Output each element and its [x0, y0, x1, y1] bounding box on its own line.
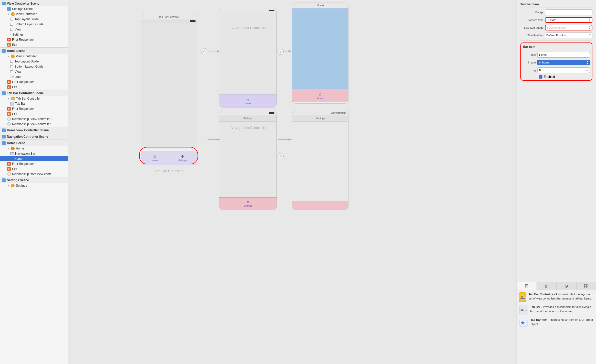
sidebar-item-bottom-layout-1[interactable]: Bottom Layout Guide: [0, 22, 68, 27]
svg-point-19: [523, 298, 525, 299]
sidebar-item-first-responder-2[interactable]: R First Responder: [0, 79, 68, 84]
nav-status-bar-bottom: [219, 110, 276, 115]
tab-bar-ctrl-icon: ⊞: [11, 97, 15, 100]
bar-image-select[interactable]: ic_home ▲▼: [537, 60, 590, 65]
sidebar-item-home-star[interactable]: ★ Home: [0, 156, 68, 161]
sidebar-section-navigation-controller[interactable]: Navigation Controller Scene: [0, 133, 68, 140]
sidebar-item-relationship-3[interactable]: ○ Relationship "root view contr...: [0, 172, 68, 177]
badge-field[interactable]: [545, 9, 592, 15]
sidebar-item-navigation-bar[interactable]: Navigation Bar: [0, 151, 68, 156]
tbc-home-tab[interactable]: ⌂ Home: [151, 154, 158, 162]
sidebar-item-bottom-layout-2[interactable]: Bottom Layout Guide: [0, 64, 68, 69]
sidebar-item-first-responder-3[interactable]: R First Responder: [0, 106, 68, 111]
badge-label: Badge: [520, 11, 543, 14]
library-tab-file[interactable]: [517, 282, 537, 290]
sidebar-section-view-controller-scene[interactable]: View Controller Scene: [0, 0, 68, 6]
sidebar-item-view-controller-1[interactable]: ▼ View Controller: [0, 12, 68, 17]
sidebar-item-home-nav[interactable]: ‹ Home: [0, 74, 68, 79]
sidebar-item-exit-3[interactable]: E Exit: [0, 111, 68, 116]
nav-status-bar: [219, 8, 276, 13]
vc-title-bar: View Controller: [292, 110, 348, 115]
selected-image-select[interactable]: Selected Image ▲▼: [545, 25, 592, 30]
sidebar-section-home-scene-1[interactable]: Home Scene: [0, 47, 68, 54]
tbc-status-bar: [141, 19, 197, 23]
tab-bar-library-icon: ★ • • •: [519, 305, 528, 315]
responder-icon: R: [7, 80, 11, 84]
sidebar-item-first-responder-1[interactable]: R First Responder: [0, 37, 68, 42]
bar-title-field[interactable]: Home: [537, 52, 590, 58]
chevron-icon: ‹: [10, 33, 11, 36]
tbc-settings-tab[interactable]: ⚙ Settings: [178, 154, 187, 162]
nav-body: [219, 13, 276, 94]
responder-icon: R: [7, 162, 11, 166]
yellow-circle-icon: [11, 55, 15, 58]
system-item-label: System Item: [520, 18, 543, 22]
settings-nav-title: Settings: [219, 115, 276, 122]
sidebar-item-settings-scene[interactable]: Settings Scene: [0, 6, 68, 12]
library-item-tab-bar: ★ • • • Tab Bar - Provides a mechanism f…: [519, 305, 594, 315]
home-tab-icon: ⌂: [319, 92, 322, 97]
title-position-select[interactable]: Default Position ▲▼: [545, 33, 592, 38]
svg-rect-13: [584, 286, 586, 288]
sidebar-item-settings-vc[interactable]: ▼ Settings: [0, 183, 68, 188]
bar-title-value: Home: [539, 53, 547, 56]
tab-bar-item-library-title: Tab Bar Item: [530, 318, 547, 321]
bar-item-image-row: Image ic_home ▲▼: [521, 60, 592, 65]
sidebar-item-exit-4[interactable]: E Exit: [0, 166, 68, 172]
exit-icon: E: [7, 167, 11, 171]
sidebar-item-tab-bar[interactable]: Tab Bar: [0, 101, 68, 106]
sidebar-section-home-view-controller[interactable]: Home View Controller Scene: [0, 127, 68, 133]
select-arrow: ▲▼: [589, 18, 591, 22]
tbc-settings-label: Settings: [178, 159, 187, 162]
bar-tag-stepper[interactable]: 0 ▲▼: [537, 67, 590, 73]
settings-tab-item: ⚙ Settings: [244, 200, 252, 207]
nav-controller-label-top: Navigation Controller: [220, 26, 278, 30]
sidebar-item-first-responder-4[interactable]: R First Responder: [0, 161, 68, 166]
library-item-tab-bar-item: ★ Tab Bar Item - Represents an item on a…: [519, 318, 594, 328]
library-tab-curly[interactable]: {}: [537, 282, 557, 290]
enabled-row: ✓ Enabled: [539, 75, 592, 79]
sidebar-item-tab-bar-controller[interactable]: ▼ ⊞ Tab Bar Controller: [0, 96, 68, 101]
bar-item-title: Bar Item: [523, 45, 590, 50]
sidebar-item-view-controller-2[interactable]: ▼ View Controller: [0, 54, 68, 59]
rect-icon: [10, 65, 13, 68]
svg-point-10: [566, 286, 567, 287]
sidebar-item-top-layout-2[interactable]: Top Layout Guide: [0, 59, 68, 64]
grid-layout-icon: [584, 284, 588, 288]
right-panel: Tab Bar Item Badge System Item Custom ▲▼…: [517, 0, 596, 364]
sidebar-item-view-2[interactable]: View: [0, 69, 68, 74]
selected-image-placeholder: Selected Image: [547, 26, 566, 29]
sidebar-item-top-layout-1[interactable]: Top Layout Guide: [0, 17, 68, 22]
sidebar-item-home-vc[interactable]: ▼ Home: [0, 146, 68, 151]
sidebar-section-home-scene-2[interactable]: Home Scene: [0, 140, 68, 146]
library-tab-circle[interactable]: [557, 282, 577, 290]
grid-icon: [2, 2, 6, 5]
nav-controller-phone-bottom: Settings ⚙ Settings: [219, 110, 277, 210]
vc-nav-bar: Settings: [292, 115, 348, 122]
sidebar-item-exit-2[interactable]: E Exit: [0, 84, 68, 90]
tab-bar-item-title: Tab Bar Item: [520, 3, 592, 7]
library-tab-grid[interactable]: [577, 282, 596, 290]
tbc-library-title: Tab Bar Controller: [529, 293, 553, 296]
sidebar-item-settings-nav[interactable]: ‹ Settings: [0, 32, 68, 37]
sidebar-item-relationship-2[interactable]: ○ Relationship "view controller...: [0, 122, 68, 127]
exit-icon: E: [7, 43, 11, 47]
relationship-icon: ○: [7, 172, 11, 176]
select-arrow: ▲▼: [589, 25, 591, 30]
sidebar-item-exit-1[interactable]: E Exit: [0, 42, 68, 47]
sidebar-section-tab-bar-controller[interactable]: Tab Bar Controller Scene: [0, 90, 68, 96]
grid-icon: [7, 7, 11, 11]
sidebar-item-relationship-1[interactable]: ○ Relationship "view controller...: [0, 116, 68, 122]
sidebar-section-settings-scene-2[interactable]: Settings Scene: [0, 177, 68, 183]
sidebar: View Controller Scene Settings Scene ▼ V…: [0, 0, 68, 364]
enabled-checkbox[interactable]: ✓: [539, 75, 542, 79]
tbc-library-icon: ⊞: [519, 292, 526, 302]
tab-bar-svg: ★ • • •: [519, 306, 528, 314]
title-position-value: Default Position: [546, 34, 566, 37]
orange-circle-icon: [11, 147, 15, 150]
connector-nav-settings: ⊙: [278, 153, 284, 159]
system-item-select[interactable]: Custom ▲▼: [545, 17, 592, 23]
home-title: Home: [317, 4, 324, 7]
system-item-value: Custom: [547, 18, 556, 22]
sidebar-item-view-1[interactable]: View: [0, 27, 68, 32]
